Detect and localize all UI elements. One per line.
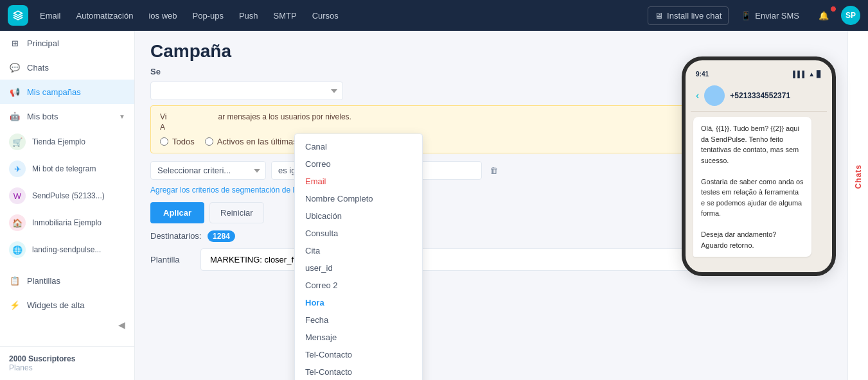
segment-info-text: Vi ar mensajes a los usuarios por nivele… [160,112,351,121]
sidebar-item-widgets-label: Widgets de alta [27,300,125,310]
sidebar-bot-landing[interactable]: 🌐 landing-sendpulse... [0,236,134,263]
topnav-automatizacion[interactable]: Automatización [70,7,140,24]
topnav-right: 🖥 Install live chat 📱 Enviar SMS 🔔 SP [648,6,860,25]
chat-message-bubble: Olá, {{1}}. Tudo bem? {{2}} aqui da Send… [693,117,811,257]
bot-avatar-sendpulse: W [9,187,26,204]
logo[interactable] [8,5,28,26]
enviar-sms-label: Enviar SMS [755,11,799,21]
apply-button[interactable]: Aplicar [150,202,204,223]
add-criteria-link[interactable]: Agregar los criterios de segmentación de… [150,186,314,194]
sidebar-item-principal-label: Principal [27,39,125,48]
right-sidebar-chats-label[interactable]: Chats [851,159,865,194]
radio-todos[interactable]: Todos [160,137,195,146]
sidebar-item-widgets[interactable]: ⚡ Widgets de alta [0,293,134,317]
chat-icon: 💬 [9,62,21,73]
topnav-iosweb[interactable]: ios web [142,7,183,24]
bot-label-tienda: Tienda Ejemplo [32,137,85,146]
sidebar-bot-telegram[interactable]: ✈ Mi bot de telegram [0,155,134,182]
plantilla-label: Plantilla [150,255,195,264]
plan-sub: Planes [9,363,125,372]
phone-preview: 9:41 ▌▌▌ ▲ ▊ ‹ +5213334552371 Olá, {{1}}… [682,56,836,276]
widget-icon: ⚡ [9,299,21,311]
right-sidebar: Chats [847,31,868,380]
bot-icon: 🤖 [9,110,21,122]
segment-filter-select[interactable] [150,82,343,100]
contact-avatar [704,85,725,106]
dropdown-item-fecha[interactable]: Fecha [295,311,422,329]
campaign-icon: 📢 [9,86,21,98]
dropdown-item-user-id[interactable]: user_id [295,259,422,277]
chat-message-text: Olá, {{1}}. Tudo bem? {{2}} aqui da Send… [701,125,804,249]
back-icon[interactable]: ‹ [696,90,699,101]
sidebar-bot-inmobiliaria[interactable]: 🏠 Inmobiliaria Ejemplo [0,209,134,236]
topnav-smtp[interactable]: SMTP [267,7,303,24]
dropdown-item-correo-2[interactable]: Correo 2 [295,277,422,294]
bot-label-sendpulse: SendPulse (52133...) [32,191,105,200]
sidebar-item-mis-campanas-label: Mis campañas [27,87,125,97]
sidebar-item-plantillas-label: Plantillas [27,276,125,286]
content-wrapper: Campaña Se Vi ar mensajes a los usuarios… [135,31,868,380]
home-icon: ⊞ [9,37,21,49]
sidebar-collapse-btn[interactable]: ◀ [0,317,134,332]
bot-label-landing: landing-sendpulse... [32,245,101,254]
bot-avatar-inmobiliaria: 🏠 [9,214,26,231]
sidebar-item-principal[interactable]: ⊞ Principal [0,31,134,55]
monitor-icon: 🖥 [655,11,663,21]
sms-icon: 📱 [741,11,751,21]
sidebar-bot-tienda-ejemplo[interactable]: 🛒 Tienda Ejemplo [0,128,134,155]
dropdown-item-ubicacion[interactable]: Ubicación [295,207,422,225]
dropdown-item-cita[interactable]: Cita [295,242,422,259]
phone-header: ‹ +5213334552371 [691,80,827,112]
phone-frame: 9:41 ▌▌▌ ▲ ▊ ‹ +5213334552371 Olá, {{1}}… [682,56,836,276]
dropdown-item-mensaje[interactable]: Mensaje [295,329,422,346]
radio-todos-label: Todos [172,137,195,146]
criteria-field-select[interactable]: Seleccionar criteri... [150,161,266,180]
bell-icon: 🔔 [819,11,829,21]
dropdown-item-nombre-completo[interactable]: Nombre Completo [295,190,422,207]
sidebar-item-chats[interactable]: 💬 Chats [0,55,134,80]
phone-time: 9:41 [696,71,709,78]
contact-name: +5213334552371 [730,91,822,100]
topnav: Email Automatización ios web Pop-ups Pus… [0,0,868,31]
contact-info: +5213334552371 [730,91,822,100]
dropdown-item-canal[interactable]: Canal [295,138,422,155]
topnav-popups[interactable]: Pop-ups [186,7,229,24]
bot-label-inmobiliaria: Inmobiliaria Ejemplo [32,218,102,227]
segment-filter-select-wrapper [150,82,343,100]
plan-label: 2000 Suscriptores [9,354,125,363]
topnav-cursos[interactable]: Cursos [306,7,345,24]
install-live-chat-button[interactable]: 🖥 Install live chat [648,6,729,25]
sidebar-item-mis-bots-label: Mis bots [27,112,112,121]
dropdown-item-email[interactable]: Email [295,173,422,190]
phone-signal-icons: ▌▌▌ ▲ ▊ [793,71,822,78]
topnav-push[interactable]: Push [233,7,265,24]
dropdown-item-consulta[interactable]: Consulta [295,225,422,242]
dropdown-item-correo[interactable]: Correo [295,155,422,173]
dropdown-item-tel-contacto-2[interactable]: Tel-Contacto [295,363,422,380]
phone-status-bar: 9:41 ▌▌▌ ▲ ▊ [693,71,824,78]
topnav-email[interactable]: Email [33,7,67,24]
radio-todos-input[interactable] [160,137,168,146]
topnav-items: Email Automatización ios web Pop-ups Pus… [33,7,642,24]
collapse-icon: ◀ [118,320,125,330]
notifications-button[interactable]: 🔔 [811,6,836,25]
template-icon: 📋 [9,275,21,286]
dropdown-menu: Canal Correo Email Nombre Completo Ubica… [294,134,423,380]
bot-avatar-landing: 🌐 [9,241,26,258]
sidebar-bot-sendpulse[interactable]: W SendPulse (52133...) [0,182,134,209]
sidebar-item-mis-campanas[interactable]: 📢 Mis campañas [0,80,134,104]
dropdown-item-tel-contacto-1[interactable]: Tel-Contacto [295,346,422,363]
sidebar: ⊞ Principal 💬 Chats 📢 Mis campañas 🤖 Mis… [0,31,135,380]
bot-avatar-telegram: ✈ [9,160,26,177]
avatar[interactable]: SP [841,6,860,25]
sidebar-item-plantillas[interactable]: 📋 Plantillas [0,268,134,293]
delete-criteria-button[interactable]: 🗑 [487,163,500,178]
dropdown-item-hora[interactable]: Hora [295,294,422,311]
radio-activos-input[interactable] [205,137,213,146]
chevron-down-icon: ▼ [119,113,125,120]
enviar-sms-button[interactable]: 📱 Enviar SMS [734,6,806,25]
sidebar-item-mis-bots[interactable]: 🤖 Mis bots ▼ [0,104,134,128]
install-live-chat-label: Install live chat [667,11,722,21]
bot-label-telegram: Mi bot de telegram [32,164,96,173]
reset-button[interactable]: Reiniciar [209,202,264,223]
